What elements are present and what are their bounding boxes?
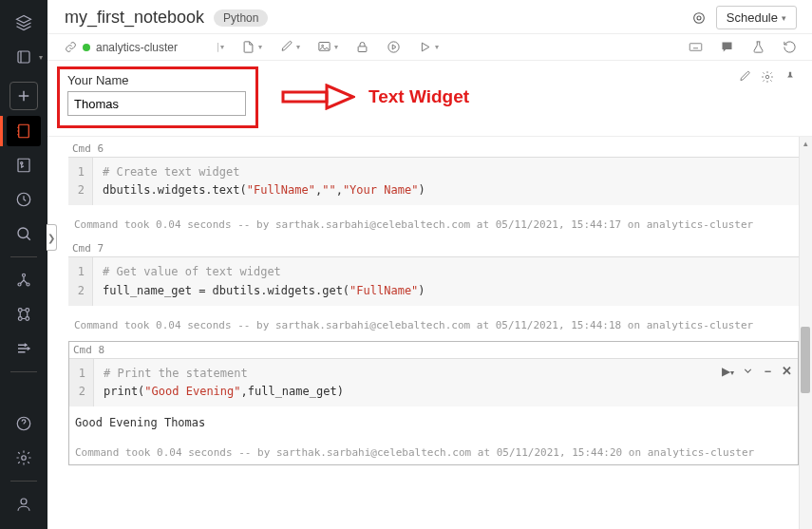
svg-point-21 [388, 42, 399, 52]
nav-settings-icon[interactable] [7, 443, 41, 473]
annotation-highlight-box: Your Name [57, 66, 258, 128]
image-icon [317, 40, 331, 54]
schedule-button[interactable]: Schedule ▾ [716, 6, 797, 29]
experiments-icon[interactable] [751, 40, 765, 54]
code-block[interactable]: 12 # Print the statement print("Good Eve… [69, 359, 798, 406]
rail-separator-3 [10, 481, 37, 482]
keyboard-icon[interactable] [689, 40, 703, 54]
svg-point-10 [26, 309, 29, 312]
svg-rect-23 [283, 92, 327, 102]
nav-repos-icon[interactable] [7, 150, 41, 180]
cluster-dropdown-caret[interactable]: │▾ [216, 43, 224, 51]
main-pane: my_first_notebook Python Schedule ▾ anal… [47, 0, 812, 529]
svg-point-5 [18, 228, 28, 238]
nav-data-icon[interactable]: ▾ [7, 42, 41, 72]
nav-compute-icon[interactable] [7, 299, 41, 330]
svg-rect-22 [689, 44, 702, 51]
annotation-arrow-group: Text Widget [281, 84, 469, 110]
nav-workflows-icon[interactable] [7, 265, 41, 295]
svg-rect-2 [18, 159, 29, 172]
nav-recents-icon[interactable] [7, 184, 41, 215]
logo-icon[interactable] [7, 8, 41, 38]
cmd-label: Cmd 6 [68, 141, 799, 158]
run-all-icon[interactable] [387, 40, 401, 54]
cluster-attach[interactable]: analytics-cluster │▾ [65, 41, 224, 54]
cell-stdout: Good Evening Thomas [69, 406, 798, 433]
widget-edit-icon[interactable] [738, 70, 751, 84]
target-icon[interactable] [691, 10, 707, 26]
widget-settings-icon[interactable] [761, 70, 774, 84]
widget-label: Your Name [67, 73, 246, 87]
scrollbar-track[interactable]: ▴ [799, 137, 812, 529]
left-nav-rail: ▾ [0, 0, 47, 529]
code-cell[interactable]: Cmd 6 12 # Create text widget dbutils.wi… [68, 141, 799, 236]
cluster-name: analytics-cluster [96, 41, 178, 54]
svg-rect-1 [19, 124, 29, 138]
code-block[interactable]: 12 # Create text widget dbutils.widgets.… [68, 158, 799, 205]
cell-footer: Command took 0.04 seconds -- by sarthak.… [68, 306, 799, 337]
cmd-label: Cmd 8 [69, 342, 798, 359]
cell-action-bar: ▶▾ － ✕ [722, 363, 792, 380]
notebook-header: my_first_notebook Python Schedule ▾ [47, 0, 812, 34]
edit-icon [279, 40, 293, 54]
nav-jobs-icon[interactable] [7, 333, 41, 364]
widget-text-input[interactable] [67, 91, 246, 116]
code-content[interactable]: # Get value of text widget full_name_get… [93, 257, 799, 305]
revision-icon[interactable] [783, 40, 797, 54]
widget-pin-icon[interactable] [784, 70, 797, 84]
edit-menu[interactable]: ▾ [279, 40, 300, 54]
nav-help-icon[interactable] [7, 408, 41, 439]
cell-minimize-icon[interactable]: － [762, 363, 774, 380]
code-block[interactable]: 12 # Get value of text widget full_name_… [68, 257, 799, 305]
lock-icon[interactable] [355, 40, 369, 54]
rail-separator [10, 256, 37, 257]
nav-notebook-icon[interactable] [7, 116, 41, 146]
svg-point-12 [26, 317, 29, 321]
svg-point-9 [18, 309, 22, 312]
rail-separator-2 [10, 371, 37, 372]
svg-point-14 [22, 456, 27, 461]
svg-point-6 [23, 274, 26, 276]
svg-point-11 [18, 317, 22, 321]
cluster-status-dot [83, 44, 90, 51]
notebook-title[interactable]: my_first_notebook [65, 8, 204, 28]
code-content[interactable]: # Create text widget dbutils.widgets.tex… [93, 158, 799, 205]
add-button[interactable] [9, 82, 38, 110]
svg-point-16 [693, 12, 704, 23]
code-cell-active[interactable]: Cmd 8 ▶▾ － ✕ 12 # Print the statement pr… [68, 341, 799, 465]
line-gutter: 12 [69, 359, 94, 406]
nav-user-icon[interactable] [7, 489, 41, 520]
view-menu[interactable]: ▾ [317, 40, 338, 54]
comments-icon[interactable] [720, 40, 734, 54]
annotation-text: Text Widget [368, 86, 469, 107]
notebook-body: ▴ Cmd 6 12 # Create text widget dbutils.… [47, 137, 812, 529]
cmd-label: Cmd 7 [68, 240, 799, 257]
cell-footer: Command took 0.04 seconds -- by sarthak.… [68, 205, 799, 236]
file-icon [241, 40, 255, 54]
nav-search-icon[interactable] [7, 218, 41, 249]
more-run-menu[interactable]: ▾ [418, 40, 439, 54]
play-icon [418, 40, 432, 54]
code-cell[interactable]: Cmd 7 12 # Get value of text widget full… [68, 240, 799, 336]
link-icon [65, 41, 77, 53]
notebook-toolbar: analytics-cluster │▾ ▾ ▾ ▾ ▾ [47, 34, 812, 61]
svg-point-17 [697, 16, 701, 20]
scrollbar-thumb[interactable] [801, 327, 810, 393]
svg-point-15 [21, 499, 27, 504]
panel-expand-tab[interactable]: ❯ [47, 224, 57, 251]
language-pill[interactable]: Python [214, 9, 268, 27]
line-gutter: 12 [68, 158, 93, 205]
cell-footer: Command took 0.04 seconds -- by sarthak.… [69, 433, 798, 464]
schedule-label: Schedule [727, 10, 778, 25]
svg-rect-20 [358, 47, 367, 52]
annotation-arrow-icon [281, 84, 355, 110]
cell-chevron-icon[interactable] [742, 365, 754, 377]
scroll-up-icon[interactable]: ▴ [799, 137, 812, 150]
code-content[interactable]: # Print the statement print("Good Evenin… [94, 359, 798, 406]
svg-rect-0 [18, 51, 29, 63]
file-menu[interactable]: ▾ [241, 40, 262, 54]
line-gutter: 12 [68, 257, 93, 305]
cell-run-icon[interactable]: ▶▾ [722, 365, 734, 378]
cell-close-icon[interactable]: ✕ [782, 364, 792, 378]
widget-bar: Your Name Text Widget [47, 61, 812, 137]
